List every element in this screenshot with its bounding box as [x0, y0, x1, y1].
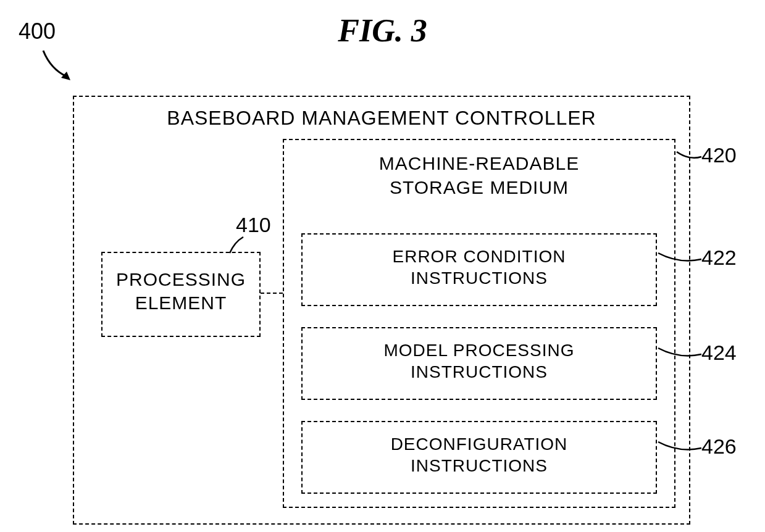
lead-line-424 — [657, 347, 703, 362]
ref-label-420: 420 — [701, 143, 737, 167]
arrow-icon — [40, 47, 77, 84]
lead-line-426 — [657, 441, 703, 455]
error-condition-instructions-box: ERROR CONDITION INSTRUCTIONS — [301, 233, 657, 306]
inner-3-line-1: DECONFIGURATION — [391, 434, 568, 454]
inner-2-line-1: MODEL PROCESSING — [383, 341, 574, 360]
storage-medium-title: MACHINE-READABLE STORAGE MEDIUM — [284, 151, 674, 199]
processing-line-1: PROCESSING — [116, 269, 246, 289]
storage-line-1: MACHINE-READABLE — [379, 153, 579, 173]
ref-label-426: 426 — [701, 434, 737, 459]
storage-line-2: STORAGE MEDIUM — [390, 177, 569, 197]
lead-line-410 — [227, 235, 252, 256]
ref-label-410: 410 — [236, 213, 271, 237]
model-processing-instructions-box: MODEL PROCESSING INSTRUCTIONS — [301, 327, 657, 400]
ref-label-424: 424 — [701, 341, 737, 365]
lead-line-422 — [657, 252, 703, 267]
inner-1-line-2: INSTRUCTIONS — [411, 268, 548, 288]
ref-label-400: 400 — [19, 19, 56, 44]
ref-label-422: 422 — [701, 246, 737, 270]
processing-element-box: PROCESSING ELEMENT — [101, 252, 261, 337]
main-box-title: BASEBOARD MANAGEMENT CONTROLLER — [74, 107, 689, 130]
connector-line — [261, 293, 283, 294]
figure-title: FIG. 3 — [0, 12, 765, 49]
svg-marker-0 — [61, 72, 70, 80]
inner-2-line-2: INSTRUCTIONS — [411, 362, 548, 381]
deconfiguration-instructions-box: DECONFIGURATION INSTRUCTIONS — [301, 421, 657, 494]
processing-line-2: ELEMENT — [135, 293, 227, 313]
inner-1-line-1: ERROR CONDITION — [393, 247, 566, 266]
lead-line-420 — [675, 151, 703, 165]
inner-3-line-2: INSTRUCTIONS — [411, 456, 548, 475]
